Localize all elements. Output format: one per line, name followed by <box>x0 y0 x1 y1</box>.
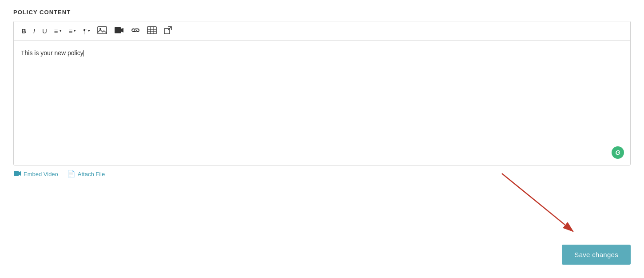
table-icon <box>147 26 157 35</box>
bold-button[interactable]: B <box>19 26 28 36</box>
ordered-list-button[interactable]: ≡ ▾ <box>52 26 64 36</box>
grammarly-button[interactable]: G <box>612 146 624 159</box>
embed-video-icon <box>13 170 21 178</box>
link-button[interactable] <box>129 26 142 36</box>
external-link-icon <box>164 26 172 35</box>
paragraph-button[interactable]: ¶ ▾ <box>81 26 92 36</box>
svg-line-14 <box>502 173 573 231</box>
section-title: POLICY CONTENT <box>13 9 631 16</box>
toolbar: B I U ≡ ▾ ≡ ▾ ¶ ▾ <box>14 21 630 40</box>
attach-file-icon: 📄 <box>67 170 76 178</box>
text-cursor <box>83 50 84 56</box>
paragraph-icon: ¶ <box>83 28 87 34</box>
embed-video-label: Embed Video <box>24 171 58 177</box>
svg-marker-3 <box>121 28 123 32</box>
svg-marker-12 <box>19 171 21 176</box>
page-wrapper: POLICY CONTENT B I U ≡ ▾ ≡ ▾ ¶ ▾ <box>0 0 644 278</box>
attach-file-label: Attach File <box>78 171 105 177</box>
save-changes-button[interactable]: Save changes <box>562 245 631 265</box>
attach-file-link[interactable]: 📄 Attach File <box>67 170 105 178</box>
italic-button[interactable]: I <box>31 26 37 36</box>
embed-video-link[interactable]: Embed Video <box>13 170 58 178</box>
editor-content[interactable]: This is your new policy G <box>14 40 630 165</box>
paragraph-dropdown-arrow: ▾ <box>88 29 90 33</box>
external-link-button[interactable] <box>162 25 174 36</box>
svg-rect-4 <box>147 27 156 34</box>
video-icon <box>114 27 124 35</box>
svg-rect-2 <box>115 27 121 33</box>
unordered-list-icon: ≡ <box>69 28 73 34</box>
image-icon <box>97 26 107 35</box>
editor-text: This is your new policy <box>21 49 83 56</box>
unordered-list-button[interactable]: ≡ ▾ <box>67 26 79 36</box>
unordered-list-dropdown-arrow: ▾ <box>74 29 76 33</box>
svg-rect-0 <box>98 27 107 34</box>
image-button[interactable] <box>95 25 109 36</box>
ordered-list-icon: ≡ <box>54 28 58 34</box>
underline-button[interactable]: U <box>40 26 49 36</box>
italic-icon: I <box>33 28 35 34</box>
underline-icon: U <box>42 28 47 34</box>
bold-icon: B <box>21 28 26 34</box>
ordered-list-dropdown-arrow: ▾ <box>60 29 62 33</box>
table-button[interactable] <box>145 25 159 36</box>
editor-container: B I U ≡ ▾ ≡ ▾ ¶ ▾ <box>13 21 631 165</box>
bottom-bar: Embed Video 📄 Attach File <box>13 165 631 178</box>
video-button[interactable] <box>112 25 126 36</box>
svg-rect-11 <box>14 171 19 176</box>
link-icon <box>131 27 140 34</box>
